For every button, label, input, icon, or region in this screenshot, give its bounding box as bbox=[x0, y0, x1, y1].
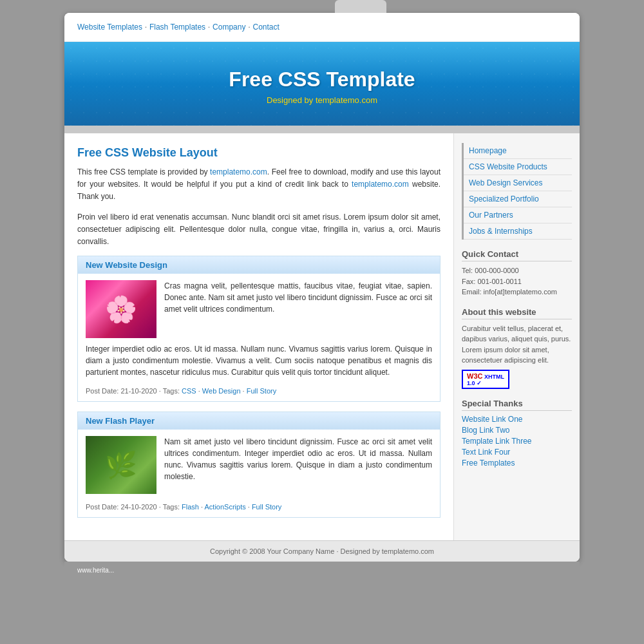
main-content: Free CSS Website Layout This free CSS te… bbox=[64, 133, 454, 540]
nav-link-flash-templates[interactable]: Flash Templates bbox=[149, 23, 205, 32]
header-subtitle: Designed by templatemo.com bbox=[77, 95, 567, 105]
article-header-2: New Flash Player bbox=[78, 412, 440, 430]
sidebar-item-homepage[interactable]: Homepage bbox=[464, 143, 572, 159]
article-title-1: New Website Design bbox=[86, 260, 432, 270]
quick-contact-email: Email: info[at]templatemo.com bbox=[462, 287, 572, 298]
quick-contact-tel: Tel: 000-000-0000 bbox=[462, 265, 572, 276]
outer-wrapper: Website Templates·Flash Templates·Compan… bbox=[64, 0, 580, 579]
article-text-2: Nam sit amet justo vel libero tincidunt … bbox=[164, 436, 432, 494]
sidebar-nav: Homepage CSS Website Products Web Design… bbox=[462, 143, 572, 240]
tag-webdesign[interactable]: Web Design bbox=[202, 387, 241, 395]
footer: Copyright © 2008 Your Company Name · Des… bbox=[64, 540, 580, 562]
post-meta-1: Post Date: 21-10-2020 · Tags: CSS · Web … bbox=[86, 383, 432, 395]
tab bbox=[335, 0, 386, 13]
sidebar-special-thanks: Special Thanks Website Link One Blog Lin… bbox=[462, 399, 572, 468]
special-thanks-title: Special Thanks bbox=[462, 399, 572, 411]
tag-css[interactable]: CSS bbox=[182, 387, 196, 395]
content-area: Free CSS Website Layout This free CSS te… bbox=[64, 133, 580, 540]
article-body-2: Nam sit amet justo vel libero tincidunt … bbox=[78, 430, 440, 517]
special-link-2[interactable]: Blog Link Two bbox=[462, 426, 572, 435]
sidebar-item-jobs[interactable]: Jobs & Internships bbox=[464, 223, 572, 240]
article-image-2 bbox=[86, 436, 156, 494]
sidebar-item-css-products[interactable]: CSS Website Products bbox=[464, 159, 572, 175]
tags-label-1: Tags: bbox=[163, 387, 180, 395]
article-inner-1: Cras magna velit, pellentesque mattis, f… bbox=[86, 280, 432, 338]
about-text: Curabitur velit tellus, placerat et, dap… bbox=[462, 323, 572, 366]
nav-separator-1: · bbox=[145, 23, 147, 32]
sidebar-about: About this website Curabitur velit tellu… bbox=[462, 307, 572, 389]
article-section-2: New Flash Player Nam sit amet justo vel … bbox=[77, 412, 440, 518]
w3c-badge: W3C XHTML1.0 ✓ bbox=[462, 370, 509, 389]
intro-paragraph-2: Proin vel libero id erat venenatis accum… bbox=[77, 211, 440, 249]
post-date-1: Post Date: 21-10-2020 bbox=[86, 387, 157, 395]
quick-contact-fax: Fax: 001-001-0011 bbox=[462, 276, 572, 287]
article-full-text-1: Integer imperdiet odio ac eros. Ut id ma… bbox=[86, 343, 432, 378]
nav-link-company[interactable]: Company bbox=[213, 23, 245, 32]
article-title-2: New Flash Player bbox=[86, 416, 432, 426]
main-container: Website Templates·Flash Templates·Compan… bbox=[64, 13, 580, 562]
intro-paragraph-1: This free CSS template is provided by te… bbox=[77, 166, 440, 204]
nav-separator-3: · bbox=[248, 23, 250, 32]
bottom-area: www.herita... bbox=[64, 562, 580, 579]
divider-strip bbox=[64, 126, 580, 133]
post-date-2: Post Date: 24-10-2020 bbox=[86, 503, 157, 511]
special-link-3[interactable]: Template Link Three bbox=[462, 437, 572, 446]
sidebar-item-portfolio[interactable]: Specialized Portfolio bbox=[464, 191, 572, 207]
article-body-1: Cras magna velit, pellentesque mattis, f… bbox=[78, 274, 440, 401]
sidebar-quick-contact: Quick Contact Tel: 000-000-0000 Fax: 001… bbox=[462, 249, 572, 298]
sidebar-item-partners[interactable]: Our Partners bbox=[464, 207, 572, 223]
nav-link-contact[interactable]: Contact bbox=[252, 23, 279, 32]
article-header-1: New Website Design bbox=[78, 256, 440, 274]
about-title: About this website bbox=[462, 307, 572, 319]
tags-label-2: Tags: bbox=[163, 503, 180, 511]
header-banner: Free CSS Template Designed by templatemo… bbox=[64, 42, 580, 126]
tag-flash[interactable]: Flash bbox=[182, 503, 199, 511]
article-section-1: New Website Design Cras magna velit, pel… bbox=[77, 256, 440, 402]
sidebar-item-web-design[interactable]: Web Design Services bbox=[464, 175, 572, 191]
tag-fullstory-2[interactable]: Full Story bbox=[252, 503, 281, 511]
flower-image bbox=[86, 280, 156, 338]
quick-contact-title: Quick Contact bbox=[462, 249, 572, 261]
nav-link-website-templates[interactable]: Website Templates bbox=[77, 23, 142, 32]
footer-text: Copyright © 2008 Your Company Name · Des… bbox=[210, 547, 434, 555]
post-meta-2: Post Date: 24-10-2020 · Tags: Flash · Ac… bbox=[86, 499, 432, 511]
bottom-text: www.herita... bbox=[77, 567, 114, 574]
tag-fullstory-1[interactable]: Full Story bbox=[247, 387, 276, 395]
special-link-1[interactable]: Website Link One bbox=[462, 415, 572, 424]
plant-image bbox=[86, 436, 156, 494]
nav-bar: Website Templates·Flash Templates·Compan… bbox=[64, 13, 580, 42]
tag-actionscripts[interactable]: ActionScripts bbox=[205, 503, 246, 511]
special-link-4[interactable]: Text Link Four bbox=[462, 448, 572, 457]
special-link-5[interactable]: Free Templates bbox=[462, 459, 572, 468]
article-inner-2: Nam sit amet justo vel libero tincidunt … bbox=[86, 436, 432, 494]
intro1-before: This free CSS template is provided by bbox=[77, 167, 210, 176]
main-heading: Free CSS Website Layout bbox=[77, 146, 440, 160]
header-title: Free CSS Template bbox=[77, 68, 567, 91]
sidebar: Homepage CSS Website Products Web Design… bbox=[454, 133, 580, 540]
article-image-1 bbox=[86, 280, 156, 338]
article-text-1: Cras magna velit, pellentesque mattis, f… bbox=[164, 280, 432, 338]
intro1-link[interactable]: templatemo.com bbox=[210, 167, 267, 176]
intro1-link2[interactable]: templatemo.com bbox=[352, 180, 409, 189]
nav-separator-2: · bbox=[208, 23, 210, 32]
